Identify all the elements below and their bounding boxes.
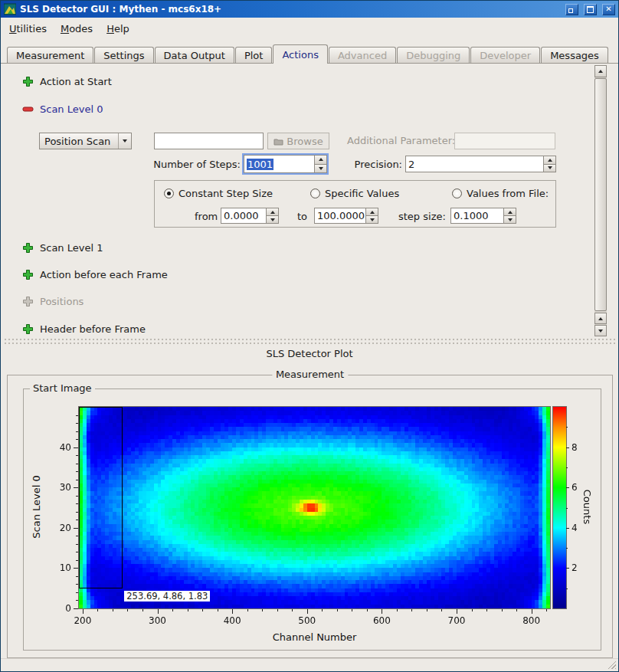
from-label: from <box>195 211 218 222</box>
constant-step-size-label[interactable]: Constant Step Size <box>178 188 273 199</box>
scroll-up-button[interactable] <box>594 65 607 77</box>
colorbar-minor-tick <box>566 467 568 468</box>
additional-parameter-input <box>454 133 555 149</box>
y-minor-tick <box>76 512 78 513</box>
start-image-title: Start Image <box>30 382 95 394</box>
spin-down-icon[interactable] <box>504 215 516 223</box>
spin-up-icon[interactable] <box>267 208 278 215</box>
menu-modes[interactable]: Modes <box>54 21 100 37</box>
scan-level-1-label[interactable]: Scan Level 1 <box>40 242 103 254</box>
to-spinbox[interactable]: 100.0000 <box>314 208 378 224</box>
radio-values-from-file[interactable] <box>452 188 462 198</box>
from-value[interactable]: 0.0000 <box>221 208 266 223</box>
values-from-file-label[interactable]: Values from File: <box>467 188 549 199</box>
x-minor-tick <box>292 609 293 611</box>
step-size-spinbox[interactable]: 0.1000 <box>450 208 516 224</box>
expand-plus-icon-disabled <box>22 296 34 307</box>
tab-data-output[interactable]: Data Output <box>155 47 234 64</box>
expand-plus-icon[interactable] <box>22 242 34 254</box>
x-minor-tick <box>142 609 143 611</box>
colorbar-minor-tick <box>566 508 568 509</box>
spin-down-icon[interactable] <box>267 215 278 223</box>
number-of-steps-value[interactable]: 1001 <box>247 159 273 170</box>
colorbar-tick-label: 8 <box>572 442 587 453</box>
expand-plus-icon[interactable] <box>22 269 34 280</box>
colorbar-minor-tick <box>566 588 568 589</box>
chevron-down-icon[interactable] <box>118 133 131 149</box>
menu-utilities[interactable]: Utilities <box>2 21 54 37</box>
scan-level-0-label[interactable]: Scan Level 0 <box>40 103 103 115</box>
additional-parameter-label: Additional Parameter: <box>347 135 451 146</box>
tab-settings[interactable]: Settings <box>94 47 153 64</box>
x-minor-tick <box>322 609 323 611</box>
window-title: SLS Detector GUI : Mythen - mcs6x18+ <box>20 4 560 15</box>
title-bar[interactable]: SLS Detector GUI : Mythen - mcs6x18+ ✕ <box>1 1 618 18</box>
action-at-start-label[interactable]: Action at Start <box>40 76 112 87</box>
scan-level-1-row[interactable]: Scan Level 1 <box>22 242 103 254</box>
collapse-minus-icon[interactable] <box>22 103 34 115</box>
y-minor-tick <box>76 455 78 456</box>
scroll-up-button-2[interactable] <box>594 313 607 324</box>
y-minor-tick <box>76 552 78 552</box>
number-of-steps-spinbox[interactable]: 1001 <box>244 155 327 173</box>
y-minor-tick <box>76 520 78 520</box>
browse-label: Browse <box>287 136 323 147</box>
action-before-frame-row[interactable]: Action before each Frame <box>22 269 168 280</box>
step-size-value[interactable]: 0.1000 <box>451 208 503 223</box>
spin-down-icon[interactable] <box>544 164 555 172</box>
from-spinbox[interactable]: 0.0000 <box>221 208 279 224</box>
header-before-frame-label[interactable]: Header before Frame <box>40 323 146 335</box>
tab-actions[interactable]: Actions <box>273 44 328 64</box>
tab-measurement[interactable]: Measurement <box>7 47 93 64</box>
y-tick-mark <box>74 608 78 609</box>
spin-up-icon[interactable] <box>315 156 326 164</box>
measurement-title: Measurement <box>272 369 348 380</box>
scroll-down-button[interactable] <box>594 325 607 336</box>
radio-specific-values[interactable] <box>310 188 320 198</box>
y-minor-tick <box>76 584 78 585</box>
precision-value[interactable]: 2 <box>406 156 543 172</box>
vertical-scrollbar[interactable] <box>594 65 607 336</box>
minimize-button[interactable] <box>565 4 578 15</box>
to-value[interactable]: 100.0000 <box>315 208 365 223</box>
x-minor-tick <box>127 609 128 611</box>
resize-grip-icon[interactable] <box>606 659 616 669</box>
action-before-frame-label[interactable]: Action before each Frame <box>40 269 168 280</box>
splitter-handle[interactable] <box>4 338 617 345</box>
specific-values-label[interactable]: Specific Values <box>325 188 399 199</box>
header-before-frame-row[interactable]: Header before Frame <box>22 323 146 335</box>
x-minor-tick <box>172 609 173 611</box>
minimize-icon <box>568 8 573 13</box>
y-minor-tick <box>76 496 78 497</box>
maximize-button[interactable] <box>584 4 597 15</box>
scrollbar-thumb[interactable] <box>594 78 607 311</box>
spin-up-icon[interactable] <box>504 208 516 215</box>
x-minor-tick <box>427 609 427 611</box>
radio-constant-step-size[interactable] <box>164 188 174 198</box>
colorbar-tick-mark <box>566 447 569 448</box>
expand-plus-icon[interactable] <box>22 323 34 335</box>
spin-down-icon[interactable] <box>315 164 326 173</box>
close-button[interactable]: ✕ <box>602 4 615 15</box>
tab-messages[interactable]: Messages <box>541 47 608 64</box>
y-minor-tick <box>76 464 78 464</box>
colorbar-tick-label: 4 <box>572 523 587 533</box>
x-minor-tick <box>97 609 98 611</box>
heatmap-canvas[interactable] <box>79 407 550 608</box>
x-minor-tick <box>352 609 352 611</box>
action-at-start-row[interactable]: Action at Start <box>22 76 112 87</box>
precision-spinbox[interactable]: 2 <box>405 156 556 172</box>
scan-level-0-row[interactable]: Scan Level 0 <box>22 103 103 115</box>
spin-up-icon[interactable] <box>366 208 378 215</box>
tab-plot[interactable]: Plot <box>235 47 273 64</box>
colorbar-tick-mark <box>566 528 569 529</box>
zoom-selection-rect <box>79 407 123 588</box>
spin-down-icon[interactable] <box>366 215 378 223</box>
scan-script-input[interactable] <box>154 133 264 149</box>
colorbar-tick-label: 2 <box>572 562 587 573</box>
scan-mode-combobox[interactable]: Position Scan <box>39 133 132 149</box>
x-tick-mark <box>307 609 308 614</box>
spin-up-icon[interactable] <box>544 156 555 164</box>
expand-plus-icon[interactable] <box>22 76 34 87</box>
menu-help[interactable]: Help <box>100 21 136 37</box>
